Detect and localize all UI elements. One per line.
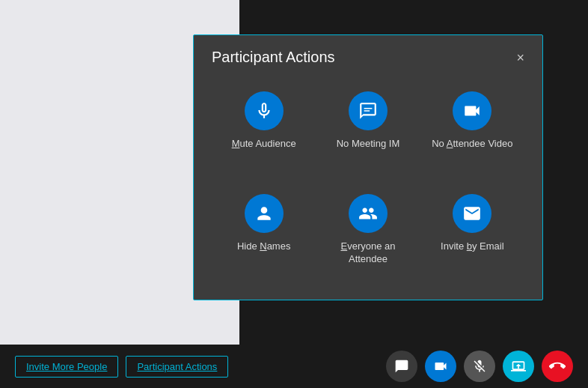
invite-by-email-action[interactable]: Invite by Email bbox=[420, 187, 524, 282]
mute-audience-label: Mute Audience bbox=[232, 138, 296, 151]
no-meeting-im-label: No Meeting IM bbox=[337, 138, 400, 151]
no-attendee-video-label: No Attendee Video bbox=[432, 138, 512, 151]
mic-button[interactable] bbox=[464, 351, 495, 382]
invite-by-email-icon bbox=[453, 194, 491, 233]
no-attendee-video-icon bbox=[453, 91, 491, 130]
mute-audience-action[interactable]: Mute Audience bbox=[212, 84, 316, 179]
participant-actions-modal: Participant Actions × Mute Audience No M… bbox=[193, 34, 543, 300]
participant-actions-button[interactable]: Participant Actions bbox=[126, 356, 228, 378]
everyone-attendee-label: Everyone an Attendee bbox=[323, 240, 412, 266]
toolbar-right bbox=[386, 351, 573, 382]
everyone-attendee-icon bbox=[349, 194, 388, 233]
toolbar: Invite More People Participant Actions bbox=[0, 345, 588, 388]
video-button[interactable] bbox=[425, 351, 456, 382]
end-call-button[interactable] bbox=[542, 351, 573, 382]
chat-button[interactable] bbox=[386, 351, 417, 382]
actions-grid: Mute Audience No Meeting IM No Attendee … bbox=[212, 84, 524, 282]
no-attendee-video-action[interactable]: No Attendee Video bbox=[420, 84, 524, 179]
hide-names-action[interactable]: Hide Names bbox=[212, 187, 316, 282]
modal-header: Participant Actions × bbox=[212, 49, 524, 66]
close-button[interactable]: × bbox=[516, 51, 524, 64]
toolbar-left: Invite More People Participant Actions bbox=[15, 356, 386, 378]
screen-share-button[interactable] bbox=[503, 351, 534, 382]
invite-by-email-label: Invite by Email bbox=[441, 240, 504, 253]
hide-names-label: Hide Names bbox=[237, 240, 291, 253]
modal-title: Participant Actions bbox=[212, 49, 335, 66]
mute-audience-icon bbox=[245, 91, 284, 130]
no-meeting-im-action[interactable]: No Meeting IM bbox=[316, 84, 420, 179]
invite-more-people-button[interactable]: Invite More People bbox=[15, 356, 118, 378]
no-meeting-im-icon bbox=[349, 91, 388, 130]
everyone-attendee-action[interactable]: Everyone an Attendee bbox=[316, 187, 420, 282]
hide-names-icon bbox=[245, 194, 284, 233]
